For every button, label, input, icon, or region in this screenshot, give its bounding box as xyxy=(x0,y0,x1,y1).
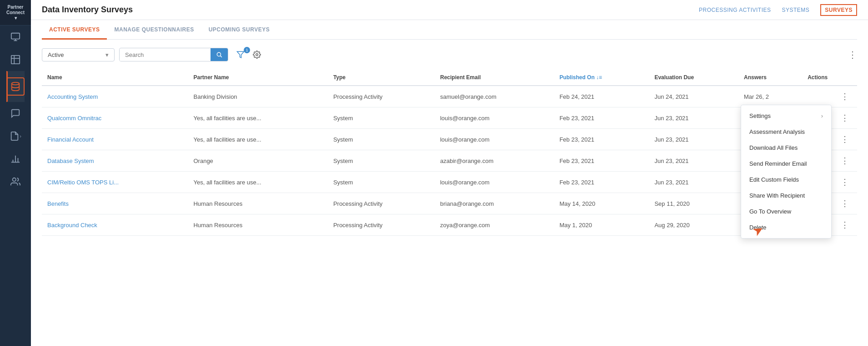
building-icon[interactable] xyxy=(6,48,25,71)
row-published: May 14, 2020 xyxy=(559,200,595,207)
row-actions-button[interactable]: ⋮ xyxy=(838,198,852,209)
svg-rect-3 xyxy=(11,56,20,64)
chat-icon[interactable] xyxy=(6,102,25,125)
context-menu: Settings›Assessment AnalysisDownload All… xyxy=(741,105,832,239)
row-due: Aug 29, 2020 xyxy=(654,222,689,229)
row-name-link[interactable]: Benefits xyxy=(47,200,69,207)
row-due: Jun 23, 2021 xyxy=(654,158,688,164)
row-partner: Yes, all facilities are use... xyxy=(193,179,261,186)
context-menu-item-assessment-analysis[interactable]: Assessment Analysis xyxy=(741,124,831,140)
tab-upcoming-surveys[interactable]: UPCOMING SURVEYS xyxy=(201,20,277,40)
row-published: Feb 23, 2021 xyxy=(559,179,594,186)
row-due: Sep 11, 2020 xyxy=(654,200,689,207)
toolbar: Active ▾ 1 xyxy=(42,48,857,61)
context-menu-item-send-reminder-email[interactable]: Send Reminder Email xyxy=(741,156,831,172)
top-nav-link-processing-activities[interactable]: PROCESSING ACTIVITIES xyxy=(699,7,771,13)
search-input[interactable] xyxy=(120,49,211,61)
row-partner: Yes, all facilities are use... xyxy=(193,136,261,143)
col-answers: Answers xyxy=(738,70,802,86)
top-nav: Data Inventory Surveys PROCESSING ACTIVI… xyxy=(31,0,868,20)
table-row: Database SystemOrangeSystemazabir@orange… xyxy=(42,150,857,172)
filter-badge: 1 xyxy=(244,47,250,53)
row-email: louis@orange.com xyxy=(440,136,490,143)
logo-text: Partner xyxy=(7,5,23,10)
row-actions-button[interactable]: ⋮ xyxy=(838,112,852,124)
data-table: NamePartner NameTypeRecipient EmailPubli… xyxy=(42,70,857,236)
table-settings-button[interactable] xyxy=(253,51,261,59)
filter-button[interactable]: 1 xyxy=(233,49,248,61)
top-nav-link-systems[interactable]: SYSTEMS xyxy=(782,7,810,13)
table-row: Financial AccountYes, all facilities are… xyxy=(42,129,857,150)
status-filter-dropdown[interactable]: Active ▾ xyxy=(42,48,115,61)
row-email: samuel@orange.com xyxy=(440,93,497,100)
context-menu-item-share-with-recipient[interactable]: Share With Recipient xyxy=(741,188,831,204)
svg-point-12 xyxy=(217,52,221,56)
col-name: Name xyxy=(42,70,188,86)
chart-icon[interactable] xyxy=(6,148,25,170)
row-name-link[interactable]: Accounting System xyxy=(47,93,98,100)
row-actions-button[interactable]: ⋮ xyxy=(838,219,852,231)
col-partner-name: Partner Name xyxy=(188,70,327,86)
row-published: Feb 24, 2021 xyxy=(559,93,594,100)
row-name-link[interactable]: Qualcomm Omnitrac xyxy=(47,115,101,122)
svg-marker-14 xyxy=(237,51,244,58)
table-row: Background CheckHuman ResourcesProcessin… xyxy=(42,214,857,236)
row-due: Jun 24, 2021 xyxy=(654,93,688,100)
database-icon[interactable] xyxy=(6,71,25,102)
row-published: May 1, 2020 xyxy=(559,222,592,229)
sidebar-logo[interactable]: Partner Connect ▾ xyxy=(0,0,31,25)
submenu-arrow-icon: › xyxy=(821,112,823,119)
row-type: System xyxy=(333,179,353,186)
more-options-button[interactable]: ⋮ xyxy=(848,49,857,60)
row-partner: Yes, all facilities are use... xyxy=(193,115,261,122)
row-partner: Human Resources xyxy=(193,200,242,207)
context-menu-item-settings[interactable]: Settings› xyxy=(741,108,831,124)
row-partner: Banking Division xyxy=(193,93,237,100)
tab-manage-questionnaires[interactable]: MANAGE QUESTIONNAIRES xyxy=(107,20,201,40)
col-evaluation-due: Evaluation Due xyxy=(649,70,738,86)
search-button[interactable] xyxy=(211,48,228,61)
row-actions-button[interactable]: ⋮ xyxy=(838,155,852,167)
table-row: Accounting SystemBanking DivisionProcess… xyxy=(42,86,857,107)
row-name-link[interactable]: CIM/Reltio OMS TOPS Li... xyxy=(47,179,119,186)
row-type: System xyxy=(333,136,353,143)
col-type: Type xyxy=(328,70,435,86)
row-answers: Mar 26, 2 xyxy=(744,93,769,100)
row-email: louis@orange.com xyxy=(440,115,490,122)
row-name-link[interactable]: Database System xyxy=(47,158,94,164)
users-icon[interactable] xyxy=(6,170,25,193)
row-type: System xyxy=(333,115,353,122)
col-published-on[interactable]: Published On ↓≡ xyxy=(554,70,649,86)
top-nav-links: PROCESSING ACTIVITIESSYSTEMSSURVEYS xyxy=(699,4,857,16)
row-email: azabir@orange.com xyxy=(440,158,493,164)
page-title: Data Inventory Surveys xyxy=(42,5,133,15)
context-menu-item-go-to-overview[interactable]: Go To Overview xyxy=(741,204,831,219)
context-menu-item-edit-custom-fields[interactable]: Edit Custom Fields xyxy=(741,172,831,188)
col-actions: Actions xyxy=(802,70,857,86)
table-row: CIM/Reltio OMS TOPS Li...Yes, all facili… xyxy=(42,172,857,193)
row-due: Jun 23, 2021 xyxy=(654,115,688,122)
tab-active-surveys[interactable]: ACTIVE SURVEYS xyxy=(42,20,107,40)
chevron-down-icon: ▾ xyxy=(15,15,17,20)
row-partner: Human Resources xyxy=(193,222,242,229)
row-actions-button[interactable]: ⋮ xyxy=(838,133,852,145)
row-name-link[interactable]: Financial Account xyxy=(47,136,94,143)
top-nav-link-surveys[interactable]: SURVEYS xyxy=(820,4,857,16)
filter-value: Active xyxy=(48,51,64,58)
svg-line-13 xyxy=(221,56,222,57)
context-menu-item-download-all-files[interactable]: Download All Files xyxy=(741,140,831,156)
search-box xyxy=(119,48,228,61)
document-icon[interactable]: › xyxy=(6,125,25,148)
sidebar: Partner Connect ▾ › xyxy=(0,0,31,346)
row-actions-button[interactable]: ⋮ xyxy=(838,91,852,102)
row-due: Jun 23, 2021 xyxy=(654,179,688,186)
row-type: System xyxy=(333,158,353,164)
row-type: Processing Activity xyxy=(333,93,382,100)
row-name-link[interactable]: Background Check xyxy=(47,222,97,229)
row-email: briana@orange.com xyxy=(440,200,494,207)
table-row: BenefitsHuman ResourcesProcessing Activi… xyxy=(42,193,857,214)
monitor-icon[interactable] xyxy=(6,25,25,48)
svg-point-15 xyxy=(256,54,258,56)
row-email: louis@orange.com xyxy=(440,179,490,186)
row-actions-button[interactable]: ⋮ xyxy=(838,176,852,188)
